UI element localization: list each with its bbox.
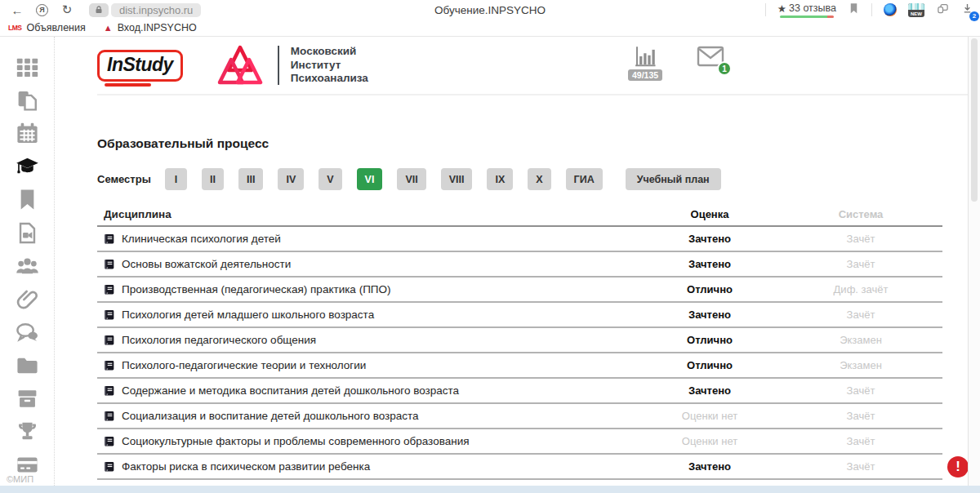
system-value: Диф. зачёт	[779, 283, 942, 295]
bookmark-item-login[interactable]: ▲ Вход.INPSYCHO	[104, 22, 197, 33]
table-row[interactable]: Клиническая психология детей Зачтено Зач…	[97, 227, 942, 252]
sidebar-item-archive[interactable]	[13, 386, 41, 411]
site-rating[interactable]: ★33 отзыва	[777, 2, 836, 18]
mail-button[interactable]: 1	[697, 46, 724, 70]
address-bar[interactable]: dist.inpsycho.ru	[89, 3, 201, 17]
bookmark-item-announcements[interactable]: LMS Объявления	[8, 22, 86, 33]
book-icon	[104, 461, 115, 473]
alert-icon[interactable]: !	[947, 456, 969, 477]
instudy-logo[interactable]: InStudy	[97, 50, 183, 82]
discipline-label: Факторы риска в психическом развитии реб…	[122, 460, 370, 473]
semester-tab-ix[interactable]: IX	[487, 168, 513, 190]
discipline-label: Социокультурные факторы и проблемы совре…	[122, 435, 469, 447]
book-icon	[104, 436, 115, 447]
semesters-label: Семестры	[97, 173, 165, 185]
discipline-label: Психолого-педагогические теории и технол…	[122, 359, 366, 371]
reload-icon[interactable]: ↻	[56, 2, 78, 17]
grade-value: Зачтено	[640, 233, 779, 245]
grade-value: Зачтено	[640, 309, 779, 321]
book-icon	[104, 335, 115, 346]
table-row[interactable]: Факторы риска в психическом развитии реб…	[97, 455, 942, 480]
table-row[interactable]: Психолого-педагогические теории и технол…	[97, 353, 942, 379]
grade-value: Отлично	[640, 334, 779, 346]
main-content: InStudy Московский Институт Психоанализа	[55, 37, 968, 486]
semester-tabs: IIIIIIIVVVIVIIVIIIIXXГИАУчебный план	[165, 168, 721, 190]
institute-triangles-icon	[217, 44, 263, 87]
table-row[interactable]: Социализация и воспитание детей дошкольн…	[97, 404, 942, 429]
semester-tab-i[interactable]: I	[165, 168, 187, 190]
table-row[interactable]: Основы вожатской деятельности Зачтено За…	[97, 252, 942, 278]
browser-home-icon[interactable]: Я	[36, 4, 48, 16]
extension-tabs-icon[interactable]	[936, 2, 950, 18]
system-value: Экзамен	[779, 359, 942, 371]
progress-stats[interactable]: 49/135	[628, 44, 662, 81]
bottom-strip	[0, 486, 980, 493]
table-row[interactable]: Психология детей младшего школьного возр…	[97, 303, 942, 328]
sidebar-item-bookmarks[interactable]	[13, 188, 41, 212]
bookmark-icon[interactable]	[848, 2, 860, 18]
table-row[interactable]: Производственная (педагогическая) практи…	[97, 278, 942, 303]
lock-icon[interactable]	[89, 3, 109, 17]
table-row[interactable]: Психология педагогического общения Отлич…	[97, 328, 942, 353]
extension-sphere-icon[interactable]	[884, 3, 897, 16]
sidebar-item-documents[interactable]	[13, 89, 41, 113]
table-row[interactable]: Содержание и методика воспитания детей д…	[97, 379, 942, 404]
back-icon[interactable]: ←	[7, 3, 28, 17]
mail-badge: 1	[717, 61, 732, 76]
discipline-label: Психология педагогического общения	[122, 334, 316, 346]
grade-value: Отлично	[640, 283, 779, 295]
col-discipline: Дисциплина	[97, 208, 640, 220]
scrollbar[interactable]	[968, 37, 980, 486]
semester-tab-v[interactable]: V	[318, 168, 341, 190]
semester-tab-ii[interactable]: II	[202, 168, 224, 190]
left-sidebar: ©МИП	[0, 37, 55, 486]
institute-logo[interactable]: Московский Институт Психоанализа	[217, 44, 368, 87]
scrollbar-thumb[interactable]	[971, 38, 978, 202]
semester-tab-viii[interactable]: VIII	[441, 168, 473, 190]
book-icon	[104, 360, 115, 371]
system-value: Зачёт	[779, 258, 942, 270]
sidebar-item-payments[interactable]	[13, 452, 41, 477]
book-icon	[104, 259, 115, 270]
discipline-label: Содержание и методика воспитания детей д…	[122, 384, 459, 397]
table-body: Клиническая психология детей Зачтено Зач…	[97, 227, 942, 480]
sidebar-item-users[interactable]	[13, 254, 41, 278]
discipline-label: Производственная (педагогическая) практи…	[122, 283, 391, 295]
book-icon	[104, 411, 115, 422]
semester-tab-iv[interactable]: IV	[278, 168, 304, 190]
copyright-label: ©МИП	[7, 474, 33, 484]
institute-name: Московский Институт Психоанализа	[291, 45, 368, 85]
semester-tab-vii[interactable]: VII	[397, 168, 425, 190]
page-header: InStudy Московский Институт Психоанализа	[97, 37, 968, 95]
semester-tab-vi[interactable]: VI	[357, 168, 383, 190]
semester-tab-x[interactable]: X	[528, 168, 550, 190]
star-icon: ★	[777, 2, 786, 15]
logo-divider	[278, 46, 279, 85]
book-icon	[104, 385, 115, 397]
col-grade: Оценка	[640, 208, 779, 220]
table-row[interactable]: Социокультурные факторы и проблемы совре…	[97, 429, 942, 455]
url-text[interactable]: dist.inpsycho.ru	[111, 3, 201, 17]
sidebar-item-files[interactable]	[13, 353, 41, 378]
sidebar-item-video-materials[interactable]	[13, 221, 41, 246]
sidebar-item-attachments[interactable]	[13, 287, 41, 312]
book-icon	[104, 284, 115, 295]
sidebar-item-calendar[interactable]	[13, 122, 41, 146]
semester-tab-iii[interactable]: III	[238, 168, 263, 190]
col-system: Система	[779, 208, 942, 220]
sidebar-item-apps[interactable]	[13, 56, 41, 80]
sidebar-item-messages[interactable]	[13, 320, 41, 344]
sidebar-item-achievements[interactable]	[13, 420, 41, 444]
downloads-icon[interactable]: 2	[961, 2, 973, 18]
system-value: Зачёт	[779, 460, 942, 473]
semester-tab-гиа[interactable]: ГИА	[566, 168, 603, 190]
bar-chart-icon	[633, 44, 657, 69]
sidebar-item-education[interactable]	[13, 155, 41, 180]
semester-tab-учебный-план[interactable]: Учебный план	[626, 168, 721, 190]
downloads-badge: 2	[969, 11, 979, 21]
system-value: Зачёт	[779, 410, 942, 422]
grade-value: Зачтено	[640, 258, 779, 270]
extension-new-icon[interactable]: NEW	[908, 3, 924, 17]
discipline-label: Основы вожатской деятельности	[122, 258, 291, 270]
triangle-favicon: ▲	[104, 24, 113, 33]
